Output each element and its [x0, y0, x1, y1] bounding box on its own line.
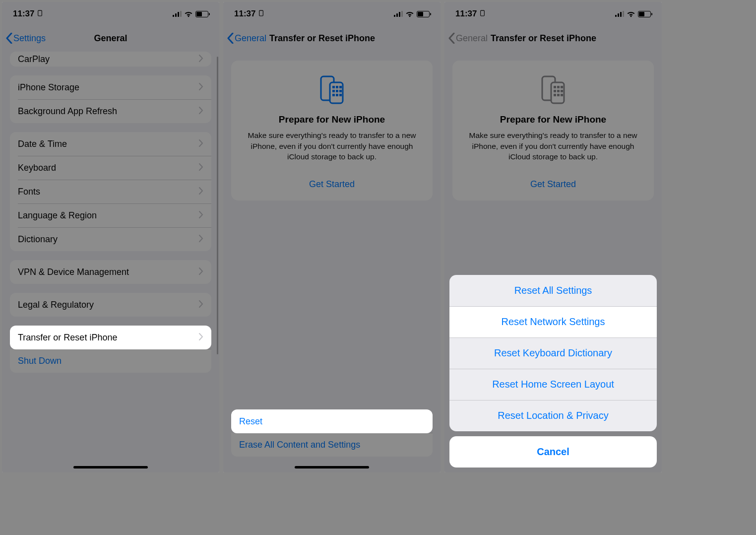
get-started-button[interactable]: Get Started	[240, 175, 424, 194]
battery-icon	[638, 11, 651, 17]
chevron-back-icon	[6, 33, 12, 44]
cell-date-time[interactable]: Date & Time	[10, 132, 211, 156]
svg-rect-24	[561, 94, 563, 96]
battery-icon	[417, 11, 430, 17]
cell-keyboard[interactable]: Keyboard	[10, 156, 211, 180]
group-carplay: CarPlay	[10, 52, 211, 67]
cell-label: iPhone Storage	[18, 82, 79, 93]
status-time: 11:37	[13, 9, 34, 19]
svg-rect-6	[339, 86, 342, 88]
navbar: General Transfer or Reset iPhone	[444, 26, 662, 51]
prepare-card: Prepare for New iPhone Make sure everyth…	[452, 61, 654, 201]
svg-rect-5	[336, 86, 338, 88]
cell-vpn-device-management[interactable]: VPN & Device Management	[10, 260, 211, 284]
bottom-actions: Reset Erase All Content and Settings	[231, 409, 433, 457]
chevron-right-icon	[199, 333, 203, 343]
cell-dictionary[interactable]: Dictionary	[10, 227, 211, 251]
chevron-right-icon	[199, 54, 203, 65]
nav-title: Transfer or Reset iPhone	[266, 33, 437, 44]
back-button[interactable]: General	[227, 33, 266, 44]
scrollbar[interactable]	[217, 57, 218, 354]
action-sheet: Reset All Settings Reset Network Setting…	[444, 275, 662, 472]
card-description: Make sure everything's ready to transfer…	[240, 130, 424, 162]
wifi-icon	[627, 10, 635, 17]
cell-legal-regulatory[interactable]: Legal & Regulatory	[10, 293, 211, 317]
wifi-icon	[405, 10, 414, 17]
nav-title: Transfer or Reset iPhone	[488, 33, 658, 44]
reset-location-privacy-button[interactable]: Reset Location & Privacy	[449, 400, 657, 431]
screen-reset-sheet: 11:37 General Transfer or Reset iPhone	[444, 2, 662, 472]
home-indicator[interactable]	[73, 466, 148, 468]
cell-label: Reset	[239, 416, 262, 427]
chevron-back-icon	[448, 33, 455, 44]
cell-carplay[interactable]: CarPlay	[10, 52, 211, 67]
group-locale: Date & Time Keyboard Fonts Language & Re…	[10, 132, 211, 251]
svg-rect-9	[339, 90, 342, 92]
sheet-item-label: Reset Location & Privacy	[498, 410, 608, 421]
cell-fonts[interactable]: Fonts	[10, 180, 211, 203]
chevron-right-icon	[199, 300, 203, 310]
svg-rect-0	[38, 10, 42, 16]
svg-rect-3	[330, 82, 343, 103]
erase-all-content-button[interactable]: Erase All Content and Settings	[231, 433, 433, 457]
cell-label: Date & Time	[18, 139, 67, 149]
wifi-icon	[184, 10, 193, 17]
svg-rect-23	[557, 94, 560, 96]
svg-rect-11	[336, 94, 338, 96]
group-legal: Legal & Regulatory	[10, 293, 211, 317]
cellular-icon	[615, 11, 624, 17]
svg-rect-13	[481, 10, 485, 16]
reset-home-screen-layout-button[interactable]: Reset Home Screen Layout	[449, 369, 657, 400]
card-description: Make sure everything's ready to transfer…	[461, 130, 645, 162]
screen-transfer-reset: 11:37 General Transfer or Reset iPhone	[223, 2, 441, 472]
get-started-button[interactable]: Get Started	[461, 175, 645, 194]
chevron-right-icon	[199, 187, 203, 197]
chevron-back-icon	[227, 33, 234, 44]
back-label: Settings	[13, 33, 46, 44]
reset-all-settings-button[interactable]: Reset All Settings	[449, 275, 657, 306]
sheet-item-label: Reset Keyboard Dictionary	[494, 347, 612, 359]
battery-icon	[195, 11, 208, 17]
sheet-cancel-label: Cancel	[537, 446, 569, 458]
sheet-item-label: Reset Home Screen Layout	[492, 379, 614, 390]
svg-rect-7	[332, 90, 335, 92]
svg-rect-8	[336, 90, 338, 92]
cell-transfer-or-reset-iphone[interactable]: Transfer or Reset iPhone	[10, 326, 211, 349]
cancel-button[interactable]: Cancel	[449, 436, 657, 468]
navbar: General Transfer or Reset iPhone	[223, 26, 441, 51]
cell-language-region[interactable]: Language & Region	[10, 203, 211, 227]
cell-iphone-storage[interactable]: iPhone Storage	[10, 75, 211, 99]
card-title: Prepare for New iPhone	[240, 114, 424, 125]
cell-label: VPN & Device Management	[18, 267, 129, 277]
svg-rect-21	[561, 90, 563, 92]
orientation-lock-icon	[258, 9, 264, 19]
group-vpn: VPN & Device Management	[10, 260, 211, 284]
reset-button[interactable]: Reset	[231, 409, 433, 433]
chevron-right-icon	[199, 163, 203, 173]
svg-rect-15	[551, 82, 564, 103]
cell-label: Keyboard	[18, 163, 56, 173]
svg-rect-18	[561, 86, 563, 88]
cell-label: Legal & Regulatory	[18, 300, 94, 310]
cell-label: Fonts	[18, 187, 40, 197]
cell-background-app-refresh[interactable]: Background App Refresh	[10, 99, 211, 123]
reset-network-settings-button[interactable]: Reset Network Settings	[449, 306, 657, 337]
chevron-right-icon	[199, 82, 203, 93]
content: CarPlay iPhone Storage Background App Re…	[2, 52, 219, 401]
svg-rect-4	[332, 86, 335, 88]
reset-keyboard-dictionary-button[interactable]: Reset Keyboard Dictionary	[449, 337, 657, 369]
svg-rect-1	[259, 10, 263, 16]
cellular-icon	[173, 11, 182, 17]
svg-rect-19	[554, 90, 556, 92]
screen-general: 11:37 Settings General CarPlay	[2, 2, 219, 472]
cell-label: Language & Region	[18, 210, 97, 221]
svg-rect-10	[332, 94, 335, 96]
home-indicator[interactable]	[295, 466, 369, 468]
back-label: General	[235, 33, 266, 44]
cell-shut-down[interactable]: Shut Down	[10, 349, 211, 373]
cell-label: Dictionary	[18, 234, 58, 245]
back-button[interactable]: Settings	[6, 33, 46, 44]
back-button: General	[448, 33, 488, 44]
chevron-right-icon	[199, 106, 203, 117]
action-sheet-options: Reset All Settings Reset Network Setting…	[449, 275, 657, 431]
